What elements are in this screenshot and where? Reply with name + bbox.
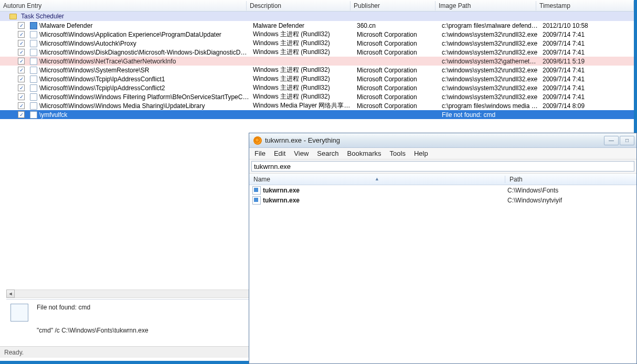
cell-entry: \Microsoft\Windows\Windows Media Sharing… bbox=[39, 102, 253, 110]
checkbox[interactable] bbox=[18, 111, 25, 118]
cell-publisher: 360.cn bbox=[357, 22, 442, 29]
column-header-imagepath[interactable]: Image Path bbox=[436, 1, 536, 10]
menu-help[interactable]: Help bbox=[414, 149, 428, 157]
cell-description: Windows 主进程 (Rundll32) bbox=[253, 83, 357, 92]
checkbox[interactable] bbox=[18, 58, 25, 65]
file-icon bbox=[30, 84, 37, 92]
group-label: Task Scheduler bbox=[21, 13, 64, 20]
cell-imagepath: c:\windows\system32\rundll32.exe bbox=[442, 40, 543, 47]
cell-description: Windows 主进程 (Rundll32) bbox=[253, 74, 357, 83]
group-row-task-scheduler[interactable]: Task Scheduler bbox=[0, 12, 634, 21]
cell-imagepath: c:\program files\malware defender\m... bbox=[442, 22, 543, 29]
menu-file[interactable]: File bbox=[254, 149, 266, 157]
cell-entry: \Microsoft\Windows\Autochk\Proxy bbox=[39, 40, 253, 47]
search-input[interactable] bbox=[251, 161, 634, 172]
file-icon bbox=[30, 31, 37, 38]
everything-title: tukwrnn.exe - Everything bbox=[265, 136, 340, 144]
cell-timestamp: 2009/7/14 7:41 bbox=[543, 49, 634, 56]
cell-description: Windows Media Player 网络共享服... bbox=[253, 101, 357, 110]
table-row[interactable]: \Microsoft\Windows\Autochk\ProxyWindows … bbox=[0, 39, 634, 48]
cell-description: Malware Defender bbox=[253, 22, 357, 29]
cell-imagepath: c:\windows\system32\rundll32.exe bbox=[442, 84, 543, 92]
checkbox[interactable] bbox=[18, 84, 25, 91]
cell-description: Windows 主进程 (Rundll32) bbox=[253, 39, 357, 48]
menu-tools[interactable]: Tools bbox=[390, 149, 406, 157]
cell-description: Windows 主进程 (Rundll32) bbox=[253, 30, 357, 39]
everything-results: tukwrnn.exeC:\Windows\Fontstukwrnn.exeC:… bbox=[249, 185, 636, 205]
cell-entry: \ymfvulfck bbox=[39, 111, 253, 119]
list-item[interactable]: tukwrnn.exeC:\Windows\nytviyif bbox=[249, 195, 636, 205]
table-row[interactable]: \Microsoft\Windows\Tcpip\IpAddressConfli… bbox=[0, 74, 634, 83]
ev-column-name-label: Name bbox=[253, 176, 270, 183]
cell-imagepath: c:\windows\system32\gathernetwork... bbox=[442, 58, 543, 65]
column-header-timestamp[interactable]: Timestamp bbox=[536, 1, 634, 10]
column-header-entry[interactable]: Autorun Entry bbox=[0, 1, 247, 10]
table-row[interactable]: \Microsoft\Windows\Windows Filtering Pla… bbox=[0, 92, 634, 101]
cell-publisher: Microsoft Corporation bbox=[357, 31, 442, 38]
column-header-publisher[interactable]: Publisher bbox=[351, 1, 436, 10]
cell-timestamp: 2009/7/14 7:41 bbox=[543, 67, 634, 74]
file-icon bbox=[30, 58, 37, 65]
table-row[interactable]: \ymfvulfckFile not found: cmd bbox=[0, 110, 634, 119]
ev-column-name[interactable]: Name ▲ bbox=[249, 176, 505, 183]
cell-timestamp: 2009/7/14 7:41 bbox=[543, 84, 634, 92]
cell-timestamp: 2009/7/14 7:41 bbox=[543, 31, 634, 38]
cell-description: Windows 主进程 (Rundll32) bbox=[253, 92, 357, 101]
checkbox[interactable] bbox=[18, 31, 25, 38]
cell-description: Windows 主进程 (Rundll32) bbox=[253, 48, 357, 57]
cell-timestamp: 2012/1/10 10:58 bbox=[543, 22, 634, 29]
scroll-left-icon[interactable]: ◄ bbox=[6, 290, 15, 298]
file-icon bbox=[30, 93, 37, 101]
table-row[interactable]: \Microsoft\Windows\Application Experienc… bbox=[0, 30, 634, 39]
checkbox[interactable] bbox=[18, 93, 25, 100]
cell-entry: \Microsoft\Windows\Application Experienc… bbox=[39, 31, 253, 38]
cell-publisher: Microsoft Corporation bbox=[357, 93, 442, 101]
checkbox[interactable] bbox=[18, 67, 25, 73]
exe-icon bbox=[252, 196, 261, 205]
cell-publisher: Microsoft Corporation bbox=[357, 40, 442, 47]
table-row[interactable]: \Microsoft\Windows\NetTrace\GatherNetwor… bbox=[0, 57, 634, 66]
cell-imagepath: File not found: cmd bbox=[442, 111, 543, 119]
file-icon bbox=[30, 76, 37, 83]
everything-window: tukwrnn.exe - Everything — □ File Edit V… bbox=[249, 133, 637, 364]
table-row[interactable]: \Microsoft\Windows\DiskDiagnostic\Micros… bbox=[0, 48, 634, 57]
checkbox[interactable] bbox=[18, 40, 25, 47]
everything-titlebar[interactable]: tukwrnn.exe - Everything — □ bbox=[249, 133, 636, 148]
cell-timestamp: 2009/6/11 5:19 bbox=[543, 58, 634, 65]
file-icon bbox=[30, 111, 37, 119]
table-row[interactable]: \Malware DefenderMalware Defender360.cnc… bbox=[0, 21, 634, 30]
autoruns-column-headers: Autorun Entry Description Publisher Imag… bbox=[0, 0, 634, 12]
detail-icon bbox=[10, 304, 28, 322]
table-row[interactable]: \Microsoft\Windows\Tcpip\IpAddressConfli… bbox=[0, 83, 634, 92]
file-icon bbox=[30, 102, 37, 110]
cell-timestamp: 2009/7/14 7:41 bbox=[543, 40, 634, 47]
cell-imagepath: c:\program files\windows media play... bbox=[442, 102, 543, 110]
cell-entry: \Malware Defender bbox=[39, 22, 253, 29]
checkbox[interactable] bbox=[18, 102, 25, 109]
cell-imagepath: c:\windows\system32\rundll32.exe bbox=[442, 76, 543, 83]
table-row[interactable]: \Microsoft\Windows\Windows Media Sharing… bbox=[0, 101, 634, 110]
menu-view[interactable]: View bbox=[294, 149, 309, 157]
cell-publisher: Microsoft Corporation bbox=[357, 102, 442, 110]
menu-search[interactable]: Search bbox=[317, 149, 338, 157]
cell-imagepath: c:\windows\system32\rundll32.exe bbox=[442, 31, 543, 38]
cell-entry: \Microsoft\Windows\Tcpip\IpAddressConfli… bbox=[39, 76, 253, 83]
everything-logo-icon bbox=[253, 136, 262, 145]
cell-entry: \Microsoft\Windows\DiskDiagnostic\Micros… bbox=[39, 49, 253, 56]
menu-bookmarks[interactable]: Bookmarks bbox=[347, 149, 381, 157]
checkbox[interactable] bbox=[18, 22, 25, 29]
list-item[interactable]: tukwrnn.exeC:\Windows\Fonts bbox=[249, 185, 636, 195]
everything-column-headers: Name ▲ Path bbox=[249, 174, 636, 185]
minimize-button[interactable]: — bbox=[604, 136, 619, 145]
column-header-description[interactable]: Description bbox=[247, 1, 351, 10]
cell-publisher: Microsoft Corporation bbox=[357, 84, 442, 92]
checkbox[interactable] bbox=[18, 49, 25, 56]
ev-column-path[interactable]: Path bbox=[505, 176, 636, 183]
checkbox[interactable] bbox=[18, 76, 25, 82]
detail-line-1: File not found: cmd bbox=[37, 304, 148, 311]
maximize-button[interactable]: □ bbox=[620, 136, 634, 145]
table-row[interactable]: \Microsoft\Windows\SystemRestore\SRWindo… bbox=[0, 66, 634, 74]
menu-edit[interactable]: Edit bbox=[274, 149, 285, 157]
autoruns-list: Task Scheduler\Malware DefenderMalware D… bbox=[0, 12, 634, 119]
cell-entry: \Microsoft\Windows\Windows Filtering Pla… bbox=[39, 93, 253, 101]
